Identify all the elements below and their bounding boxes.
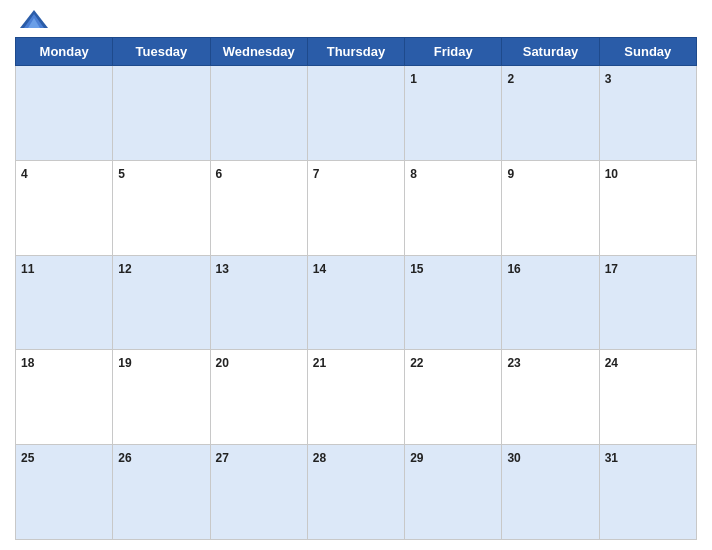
calendar-week-row: 25262728293031 [16, 445, 697, 540]
logo-icon [20, 10, 48, 32]
day-number: 16 [507, 262, 520, 276]
calendar-day-22: 22 [405, 350, 502, 445]
calendar-day-29: 29 [405, 445, 502, 540]
calendar-day-10: 10 [599, 160, 696, 255]
calendar-day-5: 5 [113, 160, 210, 255]
day-number: 25 [21, 451, 34, 465]
day-header-friday: Friday [405, 38, 502, 66]
day-number: 5 [118, 167, 125, 181]
calendar-day-4: 4 [16, 160, 113, 255]
calendar-day-23: 23 [502, 350, 599, 445]
day-number: 29 [410, 451, 423, 465]
day-number: 11 [21, 262, 34, 276]
calendar-empty-cell [113, 66, 210, 161]
calendar-day-15: 15 [405, 255, 502, 350]
calendar-day-11: 11 [16, 255, 113, 350]
calendar-day-20: 20 [210, 350, 307, 445]
day-header-monday: Monday [16, 38, 113, 66]
day-number: 28 [313, 451, 326, 465]
calendar-day-19: 19 [113, 350, 210, 445]
calendar-empty-cell [16, 66, 113, 161]
calendar-day-25: 25 [16, 445, 113, 540]
calendar-week-row: 45678910 [16, 160, 697, 255]
day-number: 12 [118, 262, 131, 276]
day-header-tuesday: Tuesday [113, 38, 210, 66]
day-number: 4 [21, 167, 28, 181]
day-number: 3 [605, 72, 612, 86]
day-number: 9 [507, 167, 514, 181]
calendar-week-row: 18192021222324 [16, 350, 697, 445]
day-header-wednesday: Wednesday [210, 38, 307, 66]
day-number: 15 [410, 262, 423, 276]
day-number: 18 [21, 356, 34, 370]
calendar-day-26: 26 [113, 445, 210, 540]
day-number: 22 [410, 356, 423, 370]
day-number: 17 [605, 262, 618, 276]
header [15, 10, 697, 32]
day-header-sunday: Sunday [599, 38, 696, 66]
day-number: 19 [118, 356, 131, 370]
calendar-day-31: 31 [599, 445, 696, 540]
calendar-day-16: 16 [502, 255, 599, 350]
calendar-day-8: 8 [405, 160, 502, 255]
day-header-saturday: Saturday [502, 38, 599, 66]
day-number: 24 [605, 356, 618, 370]
calendar-week-row: 123 [16, 66, 697, 161]
day-number: 30 [507, 451, 520, 465]
calendar-day-9: 9 [502, 160, 599, 255]
day-header-thursday: Thursday [307, 38, 404, 66]
day-number: 6 [216, 167, 223, 181]
calendar-day-21: 21 [307, 350, 404, 445]
calendar-week-row: 11121314151617 [16, 255, 697, 350]
day-number: 26 [118, 451, 131, 465]
day-number: 8 [410, 167, 417, 181]
calendar-day-28: 28 [307, 445, 404, 540]
calendar-day-18: 18 [16, 350, 113, 445]
calendar-day-24: 24 [599, 350, 696, 445]
calendar-day-2: 2 [502, 66, 599, 161]
day-number: 23 [507, 356, 520, 370]
calendar-day-7: 7 [307, 160, 404, 255]
calendar-day-1: 1 [405, 66, 502, 161]
calendar-table: MondayTuesdayWednesdayThursdayFridaySatu… [15, 37, 697, 540]
calendar-day-14: 14 [307, 255, 404, 350]
calendar-day-30: 30 [502, 445, 599, 540]
day-number: 1 [410, 72, 417, 86]
day-number: 10 [605, 167, 618, 181]
calendar-day-27: 27 [210, 445, 307, 540]
calendar-day-6: 6 [210, 160, 307, 255]
day-number: 21 [313, 356, 326, 370]
calendar-day-13: 13 [210, 255, 307, 350]
day-number: 27 [216, 451, 229, 465]
day-number: 14 [313, 262, 326, 276]
calendar-day-12: 12 [113, 255, 210, 350]
day-number: 20 [216, 356, 229, 370]
calendar-header-row: MondayTuesdayWednesdayThursdayFridaySatu… [16, 38, 697, 66]
logo [20, 10, 56, 32]
calendar-empty-cell [307, 66, 404, 161]
day-number: 2 [507, 72, 514, 86]
day-number: 7 [313, 167, 320, 181]
day-number: 13 [216, 262, 229, 276]
day-number: 31 [605, 451, 618, 465]
calendar-day-3: 3 [599, 66, 696, 161]
calendar-empty-cell [210, 66, 307, 161]
calendar-day-17: 17 [599, 255, 696, 350]
